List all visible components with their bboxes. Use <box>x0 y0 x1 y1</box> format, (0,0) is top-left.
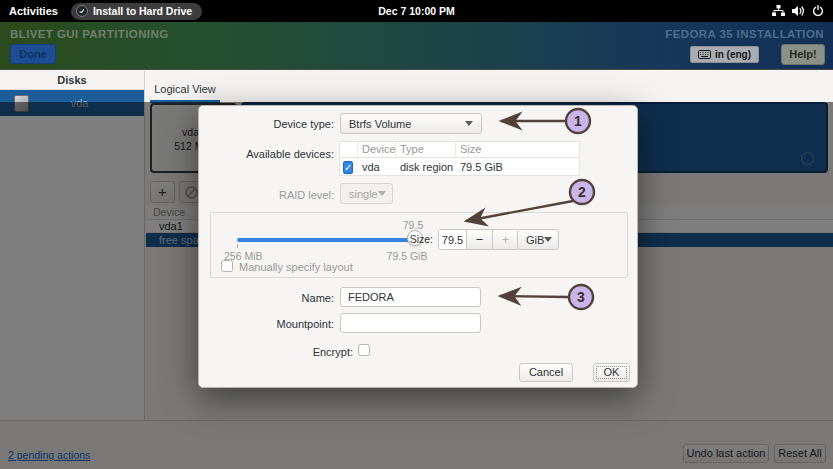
encrypt-checkbox[interactable] <box>358 344 370 356</box>
manually-specify-layout-checkbox[interactable] <box>221 260 233 272</box>
installer-header: BLIVET GUI PARTITIONING Done FEDORA 35 I… <box>0 22 833 70</box>
size-increment-button: + <box>492 230 518 249</box>
slider-min-tick <box>237 244 238 248</box>
size-unit-value: GiB <box>518 234 544 246</box>
manually-specify-layout-label: Manually specify layout <box>239 261 353 273</box>
keyboard-layout-indicator[interactable]: in (eng) <box>690 46 759 63</box>
vda-type-cell: disk region <box>396 161 456 173</box>
size-unit-dropdown[interactable]: GiB <box>517 229 559 250</box>
size-decrement-button[interactable]: − <box>466 230 492 249</box>
product-title: FEDORA 35 INSTALLATION <box>665 28 824 40</box>
vda-size-cell: 79.5 GiB <box>456 161 579 173</box>
device-type-dropdown[interactable]: Btrfs Volume <box>340 113 482 134</box>
mountpoint-input[interactable] <box>340 313 481 333</box>
screen: Activities Install to Hard Drive Dec 7 1… <box>0 0 833 469</box>
size-spinbox: − + <box>438 229 519 250</box>
size-area-frame: 79.5 256 MiB 79.5 GiB Size: − + GiB Manu… <box>210 212 628 278</box>
size-slider-track[interactable] <box>237 238 415 242</box>
raid-level-dropdown: single <box>340 183 393 204</box>
ok-button[interactable]: OK <box>593 363 630 382</box>
available-devices-table-header: Device Type Size <box>340 142 579 158</box>
col-type: Type <box>396 142 456 157</box>
slider-max-label: 79.5 GiB <box>381 250 433 262</box>
vda-device-cell: vda <box>358 161 396 173</box>
size-input[interactable] <box>439 230 466 249</box>
volume-icon <box>792 5 805 17</box>
device-type-value: Btrfs Volume <box>341 118 465 130</box>
page-title: BLIVET GUI PARTITIONING <box>10 28 169 40</box>
mountpoint-label: Mountpoint: <box>214 318 334 330</box>
encrypt-label: Encrypt: <box>233 346 353 358</box>
clock[interactable]: Dec 7 10:00 PM <box>0 5 833 17</box>
keyboard-layout-label: in (eng) <box>715 49 751 60</box>
size-label: Size: <box>395 233 433 245</box>
cancel-button[interactable]: Cancel <box>519 363 573 382</box>
gnome-top-bar: Activities Install to Hard Drive Dec 7 1… <box>0 0 833 22</box>
col-size: Size <box>456 142 579 157</box>
available-devices-table: Device Type Size ✓ vda disk region 79.5 … <box>339 141 580 176</box>
power-icon <box>812 5 824 17</box>
name-label: Name: <box>214 292 334 304</box>
raid-level-value: single <box>341 188 378 200</box>
network-icon <box>772 5 785 17</box>
disks-sidebar-title: Disks <box>0 71 144 90</box>
device-type-label: Device type: <box>214 118 334 130</box>
name-input[interactable] <box>340 287 481 307</box>
available-devices-label: Available devices: <box>214 148 334 160</box>
tab-logical-view[interactable]: Logical View <box>150 78 220 101</box>
done-button[interactable]: Done <box>10 44 56 64</box>
keyboard-icon <box>698 50 711 59</box>
available-device-row-vda[interactable]: ✓ vda disk region 79.5 GiB <box>340 158 579 175</box>
chevron-down-icon <box>465 121 473 126</box>
system-tray[interactable] <box>772 0 824 22</box>
chevron-down-icon <box>544 237 552 242</box>
chevron-down-icon <box>378 191 386 196</box>
help-button[interactable]: Help! <box>781 44 825 65</box>
raid-level-label: RAID level: <box>214 189 334 201</box>
col-device: Device <box>358 142 396 157</box>
vda-checkbox[interactable]: ✓ <box>343 161 353 174</box>
create-device-dialog: Device type: Btrfs Volume Available devi… <box>198 105 638 388</box>
